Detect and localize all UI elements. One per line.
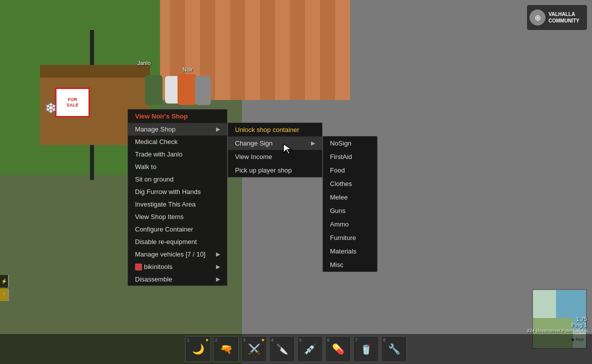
character-noir	[178, 74, 196, 105]
logo-area: ⊕ VALHALLA COMMUNITY	[527, 5, 587, 30]
sign-clothes[interactable]: Clothes	[323, 177, 377, 190]
sign-nosign[interactable]: NoSign	[323, 136, 377, 150]
server-display: 224 playerserver.Potentiallyburn...	[527, 328, 587, 333]
submenu-change-sign-arrow: ▶	[311, 140, 315, 146]
submenu1-wrapper: Unlock shop container Change Sign ▶ View…	[228, 122, 378, 272]
sign-materials[interactable]: Materials	[323, 244, 377, 258]
ping-display: Ping 1	[527, 322, 587, 328]
hud-slot-2[interactable]: 2 🔫	[213, 336, 239, 362]
left-indicators: ⚡ !	[0, 275, 9, 301]
submenu-view-income[interactable]: View Income	[228, 150, 322, 164]
hud-slot-6[interactable]: 6 💊	[325, 336, 351, 362]
submenu-arrow-vehicles: ▶	[216, 251, 220, 258]
menu-item-vehicles[interactable]: Manage vehicles [7 / 10] ▶	[128, 248, 227, 260]
hud-slot-8[interactable]: 8 🔧	[381, 336, 407, 362]
submenu-change-sign[interactable]: Change Sign ▶	[228, 136, 322, 150]
sign-food[interactable]: Food	[323, 164, 377, 177]
char-janlo-label: Janlo	[138, 60, 150, 66]
hud-bar: 1 ★ 🌙 2 🔫 3 ★ ⚔️ 4 🔪 5 💉 6 💊 7 🥤	[0, 334, 592, 364]
character-gray	[195, 76, 211, 105]
submenu-manage-shop: Unlock shop container Change Sign ▶ View…	[228, 122, 322, 178]
hud-slot-7[interactable]: 7 🥤	[353, 336, 379, 362]
logo-icon: ⊕	[530, 10, 546, 26]
menu-item-walk[interactable]: Walk to	[128, 160, 227, 173]
submenu-arrow-disassemble: ▶	[216, 276, 220, 282]
menu-item-dig[interactable]: Dig Furrow with Hands	[128, 186, 227, 198]
bikinitools-icon	[135, 264, 142, 270]
submenu-pickup-shop[interactable]: Pick up player shop	[228, 164, 322, 177]
menu-header[interactable]: View Noir's Shop	[128, 110, 227, 123]
submenu2-wrapper: NoSign FirstAid Food Clothes Melee Guns …	[322, 136, 378, 272]
submenu-unlock[interactable]: Unlock shop container	[228, 123, 322, 136]
indicator-item2: !	[0, 288, 9, 301]
submenu-change-sign-options: NoSign FirstAid Food Clothes Melee Guns …	[322, 136, 378, 272]
snowflake-icon: ❄	[45, 100, 56, 116]
menu-item-trade[interactable]: Trade with Janlo	[128, 148, 227, 160]
menu-item-sit[interactable]: Sit on ground	[128, 173, 227, 186]
sign-guns[interactable]: Guns	[323, 204, 377, 218]
submenu-arrow: ▶	[216, 126, 220, 132]
char-noir-label: Noir	[182, 66, 192, 72]
main-context-menu: View Noir's Shop Manage Shop ▶ Medical C…	[128, 109, 228, 286]
hud-slot-5[interactable]: 5 💉	[297, 336, 323, 362]
logo-text: VALHALLA COMMUNITY	[548, 11, 580, 24]
for-sale-sign: FORSALE	[55, 88, 90, 118]
game-world: FORSALE ❄ Janlo Noir ⊕ VALHALLA COMMUNIT…	[0, 0, 592, 364]
indicator-item: ⚡	[0, 275, 9, 288]
money-display: 1,75	[527, 316, 587, 322]
menu-item-disable-equip[interactable]: Disable re-equipment	[128, 236, 227, 248]
menu-item-view-shop[interactable]: View Shop Items	[128, 210, 227, 223]
status-panel: 1,75 Ping 1 224 playerserver.Potentially…	[527, 316, 587, 333]
menu-item-manage-shop[interactable]: Manage Shop ▶	[128, 123, 227, 136]
sign-furniture[interactable]: Furniture	[323, 231, 377, 244]
sign-misc[interactable]: Misc	[323, 258, 377, 272]
context-menus-container: View Noir's Shop Manage Shop ▶ Medical C…	[128, 109, 378, 286]
sign-ammo[interactable]: Ammo	[323, 218, 377, 231]
menu-item-configure[interactable]: Configure Container	[128, 223, 227, 236]
hud-slot-3[interactable]: 3 ★ ⚔️	[241, 336, 267, 362]
hud-slot-1[interactable]: 1 ★ 🌙	[185, 336, 211, 362]
hud-slot-4[interactable]: 4 🔪	[269, 336, 295, 362]
menu-item-medical-check[interactable]: Medical Check	[128, 136, 227, 148]
sign-firstaid[interactable]: FirstAid	[323, 150, 377, 164]
menu-item-bikinitools[interactable]: bikinitools ▶	[128, 260, 227, 273]
menu-item-disassemble[interactable]: Disassemble ▶	[128, 273, 227, 286]
sign-melee[interactable]: Melee	[323, 190, 377, 204]
menu-item-investigate[interactable]: Investigate This Area	[128, 198, 227, 210]
character-janlo	[145, 75, 162, 105]
submenu-arrow-bikini: ▶	[216, 264, 220, 270]
